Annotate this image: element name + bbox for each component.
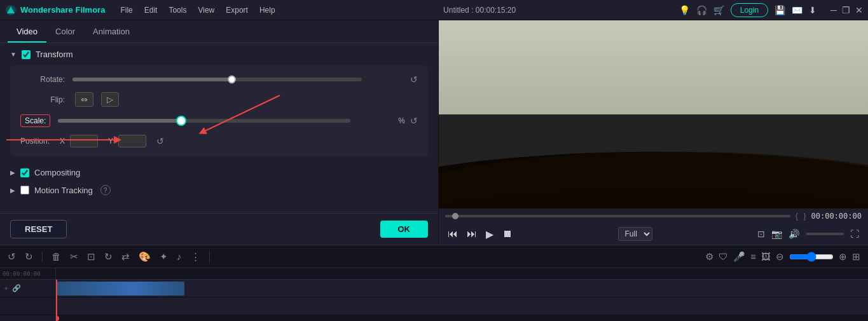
zoom-slider[interactable] — [789, 252, 834, 262]
playback-center: Full 1/2 1/4 — [618, 227, 652, 241]
rotate-tl-icon[interactable]: ↻ — [104, 251, 113, 263]
progress-track[interactable] — [445, 215, 790, 217]
volume-slider[interactable] — [806, 233, 844, 235]
scale-thumb[interactable] — [176, 116, 186, 126]
fit-timeline-icon[interactable]: ⊞ — [852, 251, 860, 263]
track-labels: ＋ 🔗 — [0, 280, 56, 321]
headphone-icon[interactable]: 🎧 — [696, 5, 707, 15]
motion-tracking-chevron: ▶ — [10, 187, 15, 194]
flip-vertical-button[interactable]: ▷ — [101, 92, 119, 107]
pos-x-input[interactable]: 7.2 — [70, 135, 98, 147]
main-area: Video Color Animation ▼ Transform Rotate… — [0, 20, 868, 245]
position-row: Position: X 7.2 Y 0.0 ↺ — [20, 135, 418, 147]
progress-thumb[interactable] — [452, 213, 458, 219]
menu-file[interactable]: File — [115, 3, 137, 17]
time-display: 00:00:00:00 — [811, 212, 862, 221]
cut-icon[interactable]: ✂ — [70, 251, 78, 263]
motion-tracking-help-icon[interactable]: ? — [100, 185, 111, 195]
close-button[interactable]: ✕ — [855, 5, 863, 15]
menu-edit[interactable]: Edit — [139, 3, 163, 17]
percent-sign: % — [398, 116, 405, 125]
undo-icon[interactable]: ↺ — [8, 251, 16, 263]
track-lane-1 — [56, 280, 868, 297]
flip-horizontal-button[interactable]: ⇔ — [75, 92, 93, 107]
mirror-icon[interactable]: ⇄ — [121, 251, 130, 263]
split-icon[interactable]: ⋮ — [191, 251, 200, 263]
flip-label: Flip: — [20, 95, 65, 104]
text-icon[interactable]: ≡ — [750, 251, 756, 262]
zoom-in-icon[interactable]: ⊕ — [839, 251, 847, 263]
mail-icon[interactable]: ✉️ — [792, 5, 803, 15]
tracks-area: 00:00:00:00 00:00:10:00 00:00:20:00 00:0… — [0, 268, 868, 321]
screenshot-icon[interactable]: 📷 — [771, 229, 782, 239]
cart-icon[interactable]: 🛒 — [713, 5, 724, 15]
transform-section-header[interactable]: ▼ Transform — [10, 50, 428, 59]
menu-tools[interactable]: Tools — [163, 3, 191, 17]
audio-icon[interactable]: ♪ — [177, 251, 182, 262]
quality-select[interactable]: Full 1/2 1/4 — [618, 227, 652, 241]
rotate-reset-icon[interactable]: ↺ — [410, 74, 418, 85]
track-label-1: ＋ 🔗 — [0, 280, 55, 297]
tab-animation[interactable]: Animation — [84, 22, 139, 43]
motion-tracking-checkbox[interactable] — [20, 186, 29, 195]
scale-reset-icon[interactable]: ↺ — [410, 116, 418, 126]
minimize-button[interactable]: ─ — [830, 5, 837, 15]
compositing-section-header[interactable]: ▶ Compositing — [10, 164, 428, 181]
photo-icon[interactable]: 🖼 — [761, 251, 771, 262]
position-reset-icon[interactable]: ↺ — [156, 136, 164, 146]
bracket-right: } — [803, 211, 806, 221]
skip-back-button[interactable]: ⏮ — [448, 228, 458, 240]
compositing-label: Compositing — [34, 168, 80, 177]
tab-video[interactable]: Video — [8, 22, 46, 43]
fullscreen-icon[interactable]: ⛶ — [850, 229, 859, 239]
add-track-icon[interactable]: ＋ — [3, 283, 10, 293]
rotate-thumb[interactable] — [228, 76, 236, 84]
scale-value-input[interactable]: 158.33 — [358, 116, 393, 125]
play-button[interactable]: ▶ — [486, 228, 493, 240]
fit-icon[interactable]: ⊡ — [757, 229, 765, 239]
link-icon[interactable]: 🔗 — [12, 284, 21, 292]
progress-bar-row: { } 00:00:00:00 — [439, 208, 868, 223]
tab-color[interactable]: Color — [46, 22, 84, 43]
step-back-button[interactable]: ⏭ — [467, 228, 477, 240]
bulb-icon[interactable]: 💡 — [679, 5, 690, 15]
track-clip-1[interactable] — [57, 282, 184, 296]
login-button[interactable]: Login — [731, 3, 768, 17]
mic-icon[interactable]: 🎤 — [733, 251, 745, 263]
transform-checkbox[interactable] — [22, 50, 31, 59]
crop-icon[interactable]: ⊡ — [87, 251, 95, 263]
hair-shape — [439, 105, 868, 208]
menu-help[interactable]: Help — [254, 3, 280, 17]
ruler-header: 00:00:00:00 — [0, 268, 56, 279]
zoom-out-icon[interactable]: ⊖ — [776, 251, 784, 263]
rotate-slider[interactable] — [72, 78, 362, 81]
menu-bar: File Edit Tools View Export Help — [115, 3, 280, 17]
volume-icon[interactable]: 🔊 — [789, 229, 799, 239]
menu-export[interactable]: Export — [221, 3, 253, 17]
delete-icon[interactable]: 🗑 — [52, 251, 61, 262]
color-tl-icon[interactable]: 🎨 — [139, 251, 151, 263]
timeline-ruler: 00:00:00:00 00:00:10:00 00:00:20:00 00:0… — [0, 268, 868, 280]
download-icon[interactable]: ⬇ — [809, 5, 816, 15]
ruler-start-mark: 00:00:00:00 — [3, 271, 41, 277]
stop-button[interactable]: ⏹ — [502, 228, 513, 240]
scale-slider[interactable] — [58, 119, 350, 123]
maximize-button[interactable]: ❐ — [842, 5, 850, 15]
tabs-row: Video Color Animation — [0, 20, 438, 43]
settings-tl-icon[interactable]: ⚙ — [705, 251, 713, 263]
bottom-buttons: RESET OK — [0, 213, 438, 245]
rotate-value-input[interactable]: 90.00 — [367, 75, 405, 84]
pos-y-input[interactable]: 0.0 — [118, 135, 146, 147]
motion-tracking-label: Motion Tracking — [34, 186, 93, 195]
save-icon[interactable]: 💾 — [775, 5, 785, 15]
effects-icon[interactable]: ✦ — [160, 251, 168, 263]
reset-button[interactable]: RESET — [10, 220, 67, 238]
compositing-checkbox[interactable] — [20, 168, 29, 177]
menu-view[interactable]: View — [193, 3, 219, 17]
ok-button[interactable]: OK — [380, 221, 429, 238]
motion-tracking-section-header[interactable]: ▶ Motion Tracking ? — [10, 181, 428, 199]
redo-icon[interactable]: ↻ — [25, 251, 33, 263]
panel-content: ▼ Transform Rotate: 90.00 ↺ Flip: — [0, 43, 438, 213]
transform-chevron: ▼ — [10, 51, 17, 58]
shield-icon[interactable]: 🛡 — [719, 251, 728, 262]
